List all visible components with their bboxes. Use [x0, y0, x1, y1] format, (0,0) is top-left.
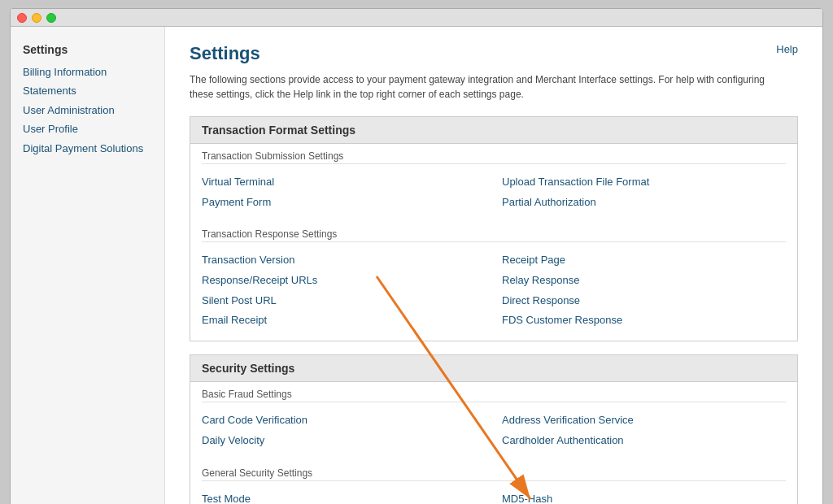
links-grid-basic-fraud: Card Code Verification Daily Velocity Ad…	[202, 407, 786, 457]
link-receipt-page[interactable]: Receipt Page	[502, 250, 786, 271]
link-fds-customer-response[interactable]: FDS Customer Response	[502, 311, 786, 331]
page-description: The following sections provide access to…	[190, 72, 775, 102]
links-left-transaction-submission: Virtual Terminal Payment Form	[202, 172, 486, 212]
subsection-transaction-submission: Transaction Submission Settings Virtual …	[190, 144, 797, 222]
close-button[interactable]	[17, 13, 27, 23]
section-header-security: Security Settings	[190, 355, 797, 382]
links-grid-general-security: Test Mode Password-Required Mode Enable …	[202, 486, 786, 505]
link-partial-authorization[interactable]: Partial Authorization	[502, 193, 786, 213]
link-response-receipt-urls[interactable]: Response/Receipt URLs	[202, 271, 486, 291]
links-left-general-security: Test Mode Password-Required Mode Enable …	[202, 489, 486, 505]
sidebar-item-statements[interactable]: Statements	[23, 81, 152, 100]
sidebar: Settings Billing Information Statements …	[11, 27, 165, 504]
link-address-verification-service[interactable]: Address Verification Service	[502, 411, 786, 431]
link-virtual-terminal[interactable]: Virtual Terminal	[202, 172, 486, 193]
link-daily-velocity[interactable]: Daily Velocity	[202, 431, 486, 451]
section-security-settings: Security Settings Basic Fraud Settings C…	[190, 354, 798, 504]
subsection-general-security: General Security Settings Test Mode Pass…	[190, 461, 797, 505]
section-transaction-format-settings: Transaction Format Settings Transaction …	[190, 116, 798, 341]
link-cardholder-authentication[interactable]: Cardholder Authentication	[502, 431, 786, 451]
subsection-basic-fraud: Basic Fraud Settings Card Code Verificat…	[190, 382, 797, 460]
sidebar-links: Billing Information Statements User Admi…	[23, 63, 152, 158]
link-relay-response[interactable]: Relay Response	[502, 271, 786, 291]
link-card-code-verification[interactable]: Card Code Verification	[202, 411, 486, 431]
links-grid-transaction-response: Transaction Version Response/Receipt URL…	[202, 247, 786, 337]
main-content: Settings Help The following sections pro…	[165, 27, 822, 504]
links-left-transaction-response: Transaction Version Response/Receipt URL…	[202, 250, 486, 331]
sidebar-item-user-profile[interactable]: User Profile	[23, 119, 152, 138]
link-email-receipt[interactable]: Email Receipt	[202, 311, 486, 331]
sidebar-item-billing-information[interactable]: Billing Information	[23, 63, 152, 81]
page-header: Settings Help	[190, 43, 798, 64]
links-right-basic-fraud: Address Verification Service Cardholder …	[502, 411, 786, 450]
page-title: Settings	[190, 43, 260, 64]
links-right-general-security: MD5-Hash File Upload Capabilities API Cr…	[502, 489, 786, 505]
link-silent-post-url[interactable]: Silent Post URL	[202, 291, 486, 311]
subsection-title-transaction-response: Transaction Response Settings	[202, 228, 786, 242]
links-right-transaction-response: Receipt Page Relay Response Direct Respo…	[502, 250, 786, 331]
maximize-button[interactable]	[46, 13, 56, 23]
window-chrome	[11, 9, 822, 27]
link-payment-form[interactable]: Payment Form	[202, 193, 486, 213]
link-transaction-version[interactable]: Transaction Version	[202, 250, 486, 271]
links-grid-transaction-submission: Virtual Terminal Payment Form Upload Tra…	[202, 169, 786, 219]
link-direct-response[interactable]: Direct Response	[502, 291, 786, 311]
main-window: Settings Billing Information Statements …	[10, 8, 823, 504]
subsection-title-basic-fraud: Basic Fraud Settings	[202, 389, 786, 402]
links-left-basic-fraud: Card Code Verification Daily Velocity	[202, 411, 486, 450]
layout: Settings Billing Information Statements …	[11, 27, 822, 504]
sidebar-title: Settings	[23, 43, 152, 56]
link-test-mode[interactable]: Test Mode	[202, 489, 486, 505]
sidebar-item-user-administration[interactable]: User Administration	[23, 101, 152, 119]
subsection-title-transaction-submission: Transaction Submission Settings	[202, 150, 786, 164]
section-header-transaction-format: Transaction Format Settings	[190, 117, 797, 144]
sidebar-item-digital-payment-solutions[interactable]: Digital Payment Solutions	[23, 139, 152, 158]
link-upload-transaction-file-format[interactable]: Upload Transaction File Format	[502, 172, 786, 193]
links-right-transaction-submission: Upload Transaction File Format Partial A…	[502, 172, 786, 212]
subsection-transaction-response: Transaction Response Settings Transactio…	[190, 222, 797, 341]
help-link[interactable]: Help	[776, 43, 798, 55]
link-md5-hash[interactable]: MD5-Hash	[502, 489, 786, 505]
minimize-button[interactable]	[32, 13, 41, 23]
subsection-title-general-security: General Security Settings	[202, 467, 786, 481]
